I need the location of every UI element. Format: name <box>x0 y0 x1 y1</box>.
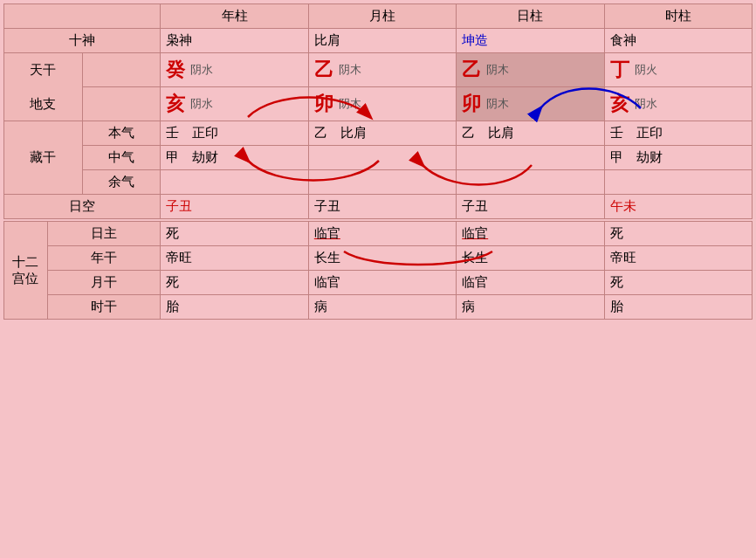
rikong-shi: 午未 <box>604 195 752 219</box>
gw-nian-ri: 长生 <box>457 246 604 271</box>
tiangan-yue-cell: 乙 阴木 <box>308 53 456 87</box>
gw-shi-shi: 胎 <box>604 295 752 320</box>
rikong-ri: 子丑 <box>457 195 604 219</box>
dizhi-yue-cell: 卯 阴木 <box>308 87 456 121</box>
benqi-yue: 乙 比肩 <box>308 121 456 146</box>
zhongqi-shi: 甲 劫财 <box>604 146 752 170</box>
tiangan-ri-yin: 阴木 <box>486 62 509 78</box>
gw-nian-nian: 帝旺 <box>161 246 308 271</box>
dizhi-shi-char: 亥 <box>610 91 629 117</box>
zhongqi-row: 中气 甲 劫财 甲 劫财 <box>4 146 753 170</box>
bottom-section: 十二 宫位 日主 死 临官 临官 死 年干 帝旺 长生 长生 帝旺 <box>3 221 753 320</box>
rizhu-label: 日主 <box>47 222 161 246</box>
shishen-label: 十神 <box>4 29 161 53</box>
dizhi-row: 亥 阴水 卯 阴木 卯 阴木 <box>4 87 753 121</box>
header-yue: 月柱 <box>308 4 456 29</box>
tiangan-yue-yin: 阴木 <box>339 62 361 78</box>
gw-rizhu-ri-text: 临官 <box>462 226 488 240</box>
gw-rizhu-yue: 临官 <box>308 222 456 246</box>
yuqi-label: 余气 <box>82 170 161 195</box>
gw-yue-ri: 临官 <box>457 271 604 295</box>
tiangan-nian-yin: 阴水 <box>190 62 213 78</box>
benqi-nian: 壬 正印 <box>161 121 308 146</box>
gw-nian-yue: 长生 <box>308 246 456 271</box>
gongwei-shigan-row: 时干 胎 病 病 胎 <box>4 295 753 320</box>
dizhi-nian-char: 亥 <box>166 91 185 117</box>
gw-shi-ri: 病 <box>457 295 604 320</box>
zanggan-label: 藏干 <box>4 121 83 195</box>
gw-yue-shi: 死 <box>604 271 752 295</box>
shier-label: 十二 <box>10 254 42 271</box>
rikong-row: 日空 子丑 子丑 子丑 午未 <box>4 195 753 219</box>
dizhi-ri-yin: 阴木 <box>486 96 509 112</box>
yuqi-nian <box>161 170 308 195</box>
zhongqi-label: 中气 <box>82 146 161 170</box>
shishen-shi: 食神 <box>604 29 752 53</box>
gw-shi-nian: 胎 <box>161 295 308 320</box>
yuqi-shi <box>604 170 752 195</box>
empty-header <box>4 4 161 29</box>
shishen-row: 十神 枭神 比肩 坤造 食神 <box>4 29 753 53</box>
dizhi-nian-cell: 亥 阴水 <box>161 87 308 121</box>
gw-rizhu-shi: 死 <box>604 222 752 246</box>
tiangan-row: 天干 地支 癸 阴水 乙 阴木 <box>4 53 753 87</box>
niangan-label: 年干 <box>47 246 161 271</box>
yuegan-label: 月干 <box>47 271 161 295</box>
rikong-yue: 子丑 <box>308 195 456 219</box>
dizhi-ri-char: 卯 <box>462 91 481 117</box>
zhongqi-yue <box>308 146 456 170</box>
gw-shi-yue: 病 <box>308 295 456 320</box>
tiangan-yue-char: 乙 <box>314 57 333 83</box>
benqi-label: 本气 <box>82 121 161 146</box>
header-nian: 年柱 <box>161 4 308 29</box>
tiangan-dizhi-label: 天干 地支 <box>4 53 83 121</box>
gw-nian-shi: 帝旺 <box>604 246 752 271</box>
tiangan-ri-cell: 乙 阴木 <box>457 53 604 87</box>
header-shi: 时柱 <box>604 4 752 29</box>
dizhi-ri-cell: 卯 阴木 <box>457 87 604 121</box>
tiangan-label: 天干 <box>10 62 77 79</box>
dizhi-shi-cell: 亥 阴水 <box>604 87 752 121</box>
header-row: 年柱 月柱 日柱 时柱 <box>4 4 753 29</box>
dizhi-nian-yin: 阴水 <box>190 96 213 112</box>
shishen-nian: 枭神 <box>161 29 308 53</box>
rikong-nian: 子丑 <box>161 195 308 219</box>
gongwei-label: 宫位 <box>10 271 42 287</box>
shishen-ri-text: 坤造 <box>462 33 488 47</box>
dizhi-yue-yin: 阴木 <box>339 96 361 112</box>
gw-yue-yue: 临官 <box>308 271 456 295</box>
benqi-shi: 壬 正印 <box>604 121 752 146</box>
bottom-table: 十二 宫位 日主 死 临官 临官 死 年干 帝旺 长生 长生 帝旺 <box>3 221 753 320</box>
tiangan-ri-char: 乙 <box>462 57 481 83</box>
tiangan-shi-cell: 丁 阴火 <box>604 53 752 87</box>
yuqi-row: 余气 <box>4 170 753 195</box>
zhongqi-ri <box>457 146 604 170</box>
shigan-label: 时干 <box>47 295 161 320</box>
rikong-label: 日空 <box>4 195 161 219</box>
benqi-ri: 乙 比肩 <box>457 121 604 146</box>
dizhi-row-label <box>82 87 161 121</box>
yuqi-ri <box>457 170 604 195</box>
shishen-yue: 比肩 <box>308 29 456 53</box>
shishen-ri: 坤造 <box>457 29 604 53</box>
tiangan-shi-char: 丁 <box>610 57 629 83</box>
top-table: 年柱 月柱 日柱 时柱 十神 枭神 比肩 坤造 食神 天干 地支 <box>3 3 753 219</box>
dizhi-yue-char: 卯 <box>314 91 333 117</box>
top-section: 年柱 月柱 日柱 时柱 十神 枭神 比肩 坤造 食神 天干 地支 <box>3 3 753 219</box>
tiangan-nian-char: 癸 <box>166 57 185 83</box>
benqi-row: 藏干 本气 壬 正印 乙 比肩 乙 比肩 壬 正印 <box>4 121 753 146</box>
tiangan-row-label <box>82 53 161 87</box>
gw-yue-nian: 死 <box>161 271 308 295</box>
yuqi-yue <box>308 170 456 195</box>
gw-rizhu-yue-text: 临官 <box>314 226 340 240</box>
gw-rizhu-ri: 临官 <box>457 222 604 246</box>
tiangan-shi-yin: 阴火 <box>635 62 657 78</box>
main-container: 年柱 月柱 日柱 时柱 十神 枭神 比肩 坤造 食神 天干 地支 <box>0 0 756 323</box>
gongwei-rizhu-row: 十二 宫位 日主 死 临官 临官 死 <box>4 222 753 246</box>
gw-rizhu-nian: 死 <box>161 222 308 246</box>
gongwei-yuegan-row: 月干 死 临官 临官 死 <box>4 271 753 295</box>
tiangan-nian-cell: 癸 阴水 <box>161 53 308 87</box>
gongwei-niangan-row: 年干 帝旺 长生 长生 帝旺 <box>4 246 753 271</box>
shier-gongwei-label: 十二 宫位 <box>4 222 48 320</box>
zhongqi-nian: 甲 劫财 <box>161 146 308 170</box>
